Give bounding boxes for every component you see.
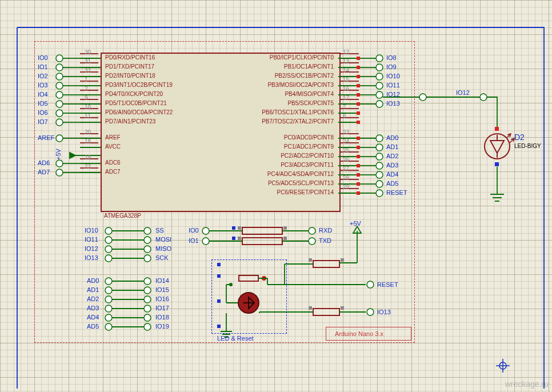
svg-rect-76: [283, 226, 287, 230]
svg-rect-28: [357, 146, 360, 149]
net-label: IO9: [386, 63, 397, 70]
svg-point-59: [144, 323, 151, 330]
pin-number: 19: [85, 154, 91, 161]
svg-point-57: [144, 314, 151, 321]
net-label: IO16: [155, 295, 169, 302]
svg-rect-72: [341, 306, 344, 310]
pin-func: ADC6: [105, 159, 121, 166]
net-label: IO12: [386, 91, 400, 98]
svg-rect-91: [495, 127, 499, 131]
serial-resistors: [232, 226, 287, 245]
svg-rect-16: [357, 75, 360, 78]
pin-func: PB2/SS/OC1B/PCINT2: [275, 73, 334, 79]
pin-func: PC0/ADC0/PCINT8: [284, 134, 334, 141]
io13-term-label: IO13: [377, 309, 391, 315]
pin-number: 30: [85, 49, 91, 55]
d2-part: LED-BIGY: [514, 143, 541, 149]
led-reset-subckt: [211, 259, 287, 334]
svg-point-15: [376, 73, 383, 80]
pin-func: PC3/ADC3/PCINT11: [281, 162, 334, 168]
net-label: AD7: [38, 169, 50, 175]
net-label: RESET: [386, 189, 407, 196]
pin-func: PD4/T0/XCK/PCINT20: [105, 91, 163, 97]
pin-func: PB4/MISO/PCINT4: [285, 91, 334, 97]
net-label: IO2: [38, 73, 48, 79]
net-label: IO7: [38, 118, 48, 125]
svg-point-0: [56, 55, 63, 62]
svg-point-89: [480, 94, 487, 101]
svg-point-11: [376, 55, 383, 62]
net-label: RXD: [319, 227, 332, 234]
svg-point-44: [105, 246, 112, 253]
pin-number: 29: [343, 184, 349, 190]
pin-number: 18: [85, 138, 91, 145]
svg-point-25: [376, 135, 383, 142]
net-label: SCK: [155, 254, 169, 261]
net-label: AD5: [386, 180, 398, 187]
svg-point-55: [144, 305, 151, 312]
net-label: AD3: [87, 305, 99, 311]
svg-point-54: [105, 305, 112, 312]
external-led: [423, 94, 514, 201]
pin-func: PB3/MOSI/OC2A/PCINT3: [267, 82, 334, 88]
svg-point-35: [376, 181, 383, 187]
svg-point-6: [56, 110, 63, 117]
svg-rect-20: [357, 93, 360, 97]
pin-number: 1: [85, 77, 88, 83]
svg-point-3: [56, 82, 63, 89]
net-label: IO13: [85, 254, 98, 261]
net-label: IO3: [38, 82, 48, 89]
pin-func: PD3/INT1/OC2B/PCINT19: [105, 82, 173, 88]
svg-point-45: [144, 246, 151, 253]
svg-point-5: [56, 101, 63, 107]
svg-point-31: [376, 162, 383, 169]
svg-point-49: [144, 278, 151, 285]
svg-point-8: [56, 135, 63, 142]
svg-point-7: [56, 119, 63, 126]
net-label: IO1: [38, 63, 48, 70]
svg-rect-38: [357, 191, 360, 195]
svg-point-62: [202, 238, 209, 245]
pin-func: PC2/ADC2/PCINT10: [281, 153, 334, 159]
io13-network: [285, 306, 374, 315]
pin-func: PB1/OC1A/PCINT1: [284, 63, 334, 70]
pin-func: PD7/AIN1/PCINT23: [105, 118, 155, 125]
pin-func: PB6/TOSC1/XTAL1/PCINT6: [262, 109, 334, 115]
svg-point-50: [105, 287, 112, 294]
net-label: AD3: [386, 162, 398, 169]
svg-rect-23: [357, 111, 360, 115]
svg-point-58: [105, 323, 112, 330]
pin-number: 8: [343, 113, 346, 119]
net-label: IO0: [189, 227, 199, 234]
pin-number: 16: [343, 86, 349, 92]
pin-number: 17: [343, 95, 349, 101]
svg-rect-80: [232, 237, 235, 240]
net-label: IO1: [189, 237, 199, 244]
pin-func: PD2/INT0/PCINT18: [105, 73, 155, 79]
pin-number: 2: [85, 86, 88, 92]
net-label: IO10: [85, 227, 98, 234]
net-label: IO19: [155, 323, 169, 330]
svg-point-42: [105, 237, 112, 243]
net-label: IO12: [85, 245, 98, 252]
svg-point-4: [56, 91, 63, 98]
svg-point-51: [144, 287, 151, 294]
svg-point-17: [376, 82, 383, 89]
net-label: TXD: [319, 237, 331, 244]
svg-point-29: [376, 153, 383, 160]
svg-rect-32: [357, 164, 360, 167]
subckt-label: LED & Reset: [217, 335, 254, 342]
pin-number: 32: [85, 67, 91, 74]
svg-rect-26: [357, 137, 360, 140]
net-label: IO5: [38, 100, 48, 107]
net-label: MISO: [155, 245, 171, 252]
net-label: IO15: [155, 286, 169, 293]
svg-rect-77: [238, 237, 241, 240]
net-label: IO4: [38, 91, 48, 98]
pin-number: 12: [343, 49, 349, 55]
svg-rect-73: [242, 227, 282, 234]
pin-number: 11: [85, 113, 91, 119]
reset-term-label: RESET: [377, 281, 398, 288]
net-label: AD4: [87, 314, 99, 321]
pin-func: PC1/ADC1/PCINT9: [284, 143, 334, 150]
